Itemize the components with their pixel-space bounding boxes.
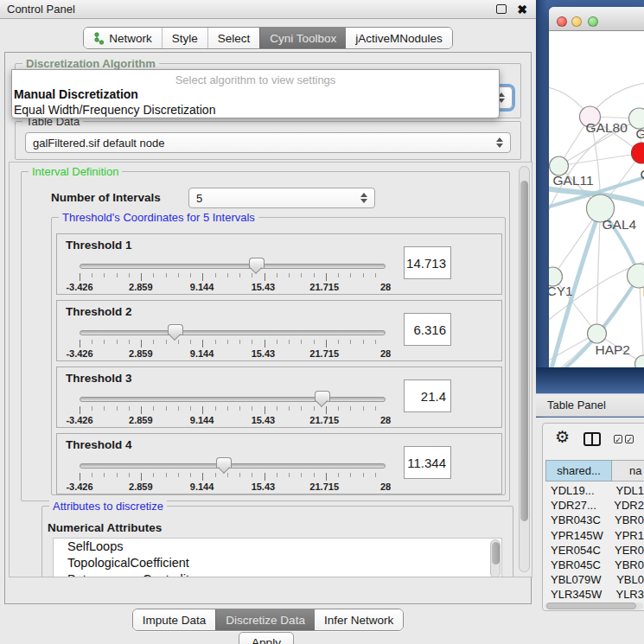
slider-scale-label: 2.859 <box>129 282 153 292</box>
network-node[interactable] <box>632 143 644 163</box>
threshold-label: Threshold 1 <box>66 239 132 252</box>
tab-impute-data[interactable]: Impute Data <box>133 609 216 630</box>
number-of-intervals-stepper-icon[interactable] <box>360 193 367 203</box>
slider-thumb[interactable] <box>168 324 183 335</box>
minimize-traffic-light-icon[interactable] <box>571 16 582 27</box>
network-node-label: GCY1 <box>549 284 573 298</box>
threshold-value-box[interactable]: 11.344 <box>404 446 451 479</box>
cyni-main-panel: Discretization Algorithm Table Data galF… <box>4 52 532 604</box>
table-row[interactable]: YPR145W YPR1 <box>545 529 644 544</box>
table-data-combo-stepper-icon[interactable] <box>496 137 503 148</box>
column-header-shared-name[interactable]: shared... <box>545 460 612 481</box>
attribute-list-item[interactable]: TopologicalCoefficient <box>54 555 501 571</box>
slider-track[interactable] <box>80 463 386 469</box>
slider-thumb[interactable] <box>315 391 330 401</box>
table-data-combo-value: galFiltered.sif default node <box>33 137 164 150</box>
table-data-combo[interactable]: galFiltered.sif default node <box>25 132 511 153</box>
tab-jactivemnodules[interactable]: jActiveMNodules <box>346 28 452 48</box>
attribute-list-item[interactable]: SelfLoops <box>54 539 501 555</box>
number-of-intervals-combo[interactable]: 5 <box>188 188 375 208</box>
zoom-traffic-light-icon[interactable] <box>588 16 598 27</box>
table-row[interactable]: YBL079W YBL0 <box>545 573 644 588</box>
tab-network[interactable]: Network <box>84 28 162 48</box>
interval-definition-group: Interval Definition Number of Intervals … <box>21 171 510 501</box>
attribute-list-scrollbar-thumb[interactable] <box>492 542 500 564</box>
slider-scale-label: 28 <box>380 415 391 425</box>
table-row[interactable]: YDR27... YDR2 <box>545 499 644 513</box>
tab-discretize-data[interactable]: Discretize Data <box>215 609 315 630</box>
table-row[interactable]: YBR045C YBR0 <box>545 558 644 573</box>
network-icon <box>93 32 105 45</box>
slider-scale-label: 9.144 <box>190 415 214 425</box>
screen: Control Panel ✖ Network Style S <box>0 0 644 644</box>
threshold-value-box[interactable]: 14.713 <box>404 246 451 279</box>
tab-style[interactable]: Style <box>162 28 207 48</box>
network-node[interactable] <box>588 324 607 343</box>
network-canvas[interactable]: GAL80GACGAL11GAL4GCY1HHAP2 <box>549 31 644 367</box>
column-header-name[interactable]: na <box>612 460 644 481</box>
threshold-panel: Threshold 3 -3.4262.8599.14415.4321.7152… <box>56 367 502 428</box>
close-icon[interactable]: ✖ <box>517 3 527 16</box>
settings-scrollbar[interactable] <box>519 166 530 572</box>
slider-scale-label: 2.859 <box>129 348 153 359</box>
slider-track[interactable] <box>80 397 386 402</box>
tab-select[interactable]: Select <box>207 28 260 48</box>
slider-scale-label: 9.144 <box>190 348 214 359</box>
checkbox-icon[interactable]: ✓ <box>625 435 634 443</box>
network-window: GAL80GACGAL11GAL4GCY1HHAP2 <box>549 7 644 367</box>
cell-shared-name: YDR27... <box>545 499 607 513</box>
slider-scale-label: -3.426 <box>66 348 92 359</box>
threshold-value-box[interactable]: 6.316 <box>404 313 451 346</box>
gear-icon[interactable]: ⚙ <box>555 429 570 445</box>
table-row[interactable]: YBR043C YBR0 <box>545 513 644 528</box>
apply-button[interactable]: Apply <box>239 632 294 644</box>
algorithm-option-manual[interactable]: Manual Discretization <box>12 86 499 102</box>
tab-jactivemnodules-label: jActiveMNodules <box>355 32 443 45</box>
threshold-value-box[interactable]: 21.4 <box>404 379 451 412</box>
settings-scrollbar-thumb[interactable] <box>520 181 528 521</box>
control-panel-title: Control Panel <box>7 3 75 16</box>
top-tab-bar: Network Style Select Cyni Toolbox jActiv… <box>0 27 536 49</box>
right-region: GAL80GACGAL11GAL4GCY1HHAP2 Table Panel ⚙… <box>536 0 644 644</box>
slider-thumb[interactable] <box>249 258 265 268</box>
slider-ticks <box>80 406 386 414</box>
table-row[interactable]: YDL19... YDL1 <box>545 484 644 499</box>
close-traffic-light-icon[interactable] <box>557 16 567 27</box>
slider-scale-label: 21.715 <box>309 481 339 492</box>
tab-cyni-toolbox[interactable]: Cyni Toolbox <box>259 28 346 48</box>
cell-name: YER0 <box>608 544 644 558</box>
network-edge[interactable] <box>597 208 601 334</box>
cell-name: YDR2 <box>607 499 644 513</box>
tab-network-label: Network <box>109 32 152 45</box>
cell-name: YLR3 <box>609 588 644 602</box>
tab-infer-network-label: Infer Network <box>324 614 393 627</box>
slider-track[interactable] <box>80 330 386 335</box>
slider-scale-label: 21.715 <box>309 282 339 292</box>
network-node[interactable] <box>635 355 644 367</box>
slider-ticks <box>80 473 386 481</box>
threshold-panel: Threshold 4 -3.4262.8599.14415.4321.7152… <box>56 433 502 494</box>
slider-track[interactable] <box>80 264 386 269</box>
slider-scale-label: 15.43 <box>252 348 276 359</box>
desktop-strip <box>536 367 644 393</box>
table-hscrollbar[interactable] <box>545 603 643 609</box>
network-window-titlebar[interactable] <box>549 7 644 31</box>
table-row[interactable]: YER054C YER0 <box>545 544 644 558</box>
table-row[interactable]: YLR345W YLR3 <box>545 588 644 602</box>
slider-scale-label: -3.426 <box>66 415 92 425</box>
slider-thumb[interactable] <box>216 457 232 468</box>
table-card: ⚙ ✓ ✓ shared... na YDL19... YDL1 YDR27..… <box>542 423 644 611</box>
network-edge[interactable] <box>559 153 642 166</box>
checkbox-icon[interactable]: ✓ <box>614 435 622 443</box>
attribute-list-item[interactable]: BetweennessCentrality <box>54 571 501 577</box>
algorithm-option-equal-width[interactable]: Equal Width/Frequency Discretization <box>12 102 499 118</box>
columns-icon[interactable] <box>583 432 601 446</box>
numerical-attributes-list[interactable]: SelfLoopsTopologicalCoefficientBetweenne… <box>53 538 502 577</box>
cell-shared-name: YPR145W <box>545 529 608 544</box>
bottom-tab-segment: Impute Data Discretize Data Infer Networ… <box>132 609 404 631</box>
float-icon[interactable] <box>496 4 507 14</box>
table-hscrollbar-thumb[interactable] <box>546 603 636 609</box>
tab-infer-network[interactable]: Infer Network <box>315 609 403 630</box>
attribute-list-scrollbar[interactable] <box>490 539 501 577</box>
tab-cyni-toolbox-label: Cyni Toolbox <box>270 32 336 45</box>
